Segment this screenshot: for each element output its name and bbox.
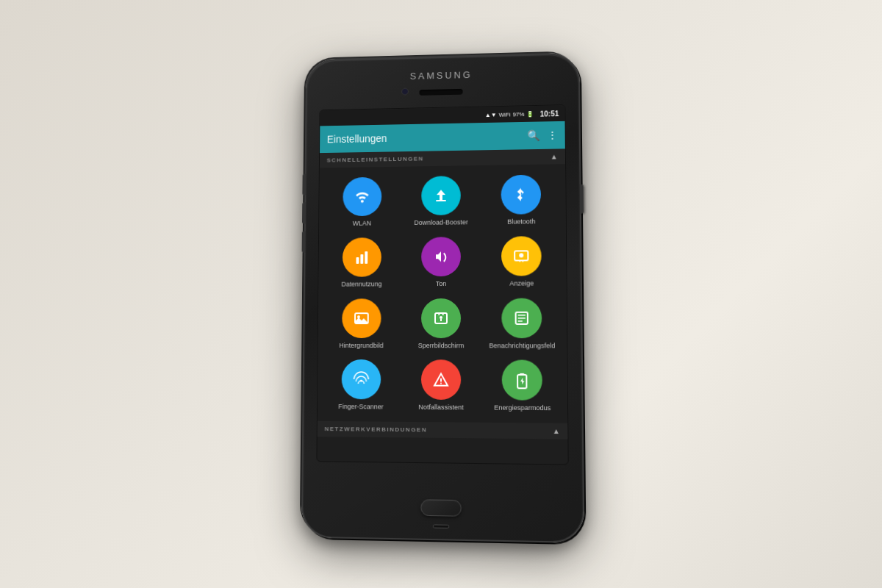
scene: SAMSUNG ▲▼ WiFi 97% 🔋 10:51 [0,0,882,588]
setting-finger-scanner[interactable]: Finger-Scanner [321,356,401,415]
svg-point-5 [520,253,524,257]
power-button[interactable] [580,184,584,214]
battery-icon: 🔋 [527,110,534,117]
charging-port [433,524,449,528]
svg-point-16 [440,383,442,384]
setting-datennutzung[interactable]: Datennutzung [322,234,401,291]
top-bar-icons: 🔍 ⋮ [527,129,557,142]
ton-icon-circle [421,237,461,276]
setting-hintergrundbild[interactable]: Hintergrundbild [322,295,401,353]
hintergrundbild-label: Hintergrundbild [339,342,383,350]
front-camera [401,88,409,96]
setting-anzeige[interactable]: Anzeige [481,233,562,291]
svg-point-9 [440,316,442,319]
bluetooth-icon-circle [501,175,542,215]
download-booster-label: Download-Booster [414,218,468,226]
wlan-icon-circle [343,177,381,216]
benachrichtigungsfeld-icon-circle [502,298,542,338]
volume-up-button[interactable] [302,173,306,195]
battery-percent: 97% [513,111,525,118]
status-icons: ▲▼ WiFi 97% 🔋 [485,110,534,118]
top-bar: Einstellungen 🔍 ⋮ [320,121,565,153]
energiesparmodus-icon-circle [502,360,542,401]
search-icon[interactable]: 🔍 [527,129,539,141]
setting-wlan[interactable]: WLAN [323,173,401,230]
top-speaker [420,89,463,96]
volume-down-button[interactable] [302,202,306,223]
svg-rect-18 [520,373,524,376]
settings-title: Einstellungen [327,130,522,146]
anzeige-label: Anzeige [509,279,534,287]
quick-settings-title: SCHNELLEINSTELLUNGEN [327,156,424,164]
setting-sperrbildschirm[interactable]: Sperrbildschirm [401,295,481,352]
setting-download-booster[interactable]: Download-Booster [401,173,481,230]
svg-rect-0 [436,200,446,201]
svg-rect-2 [360,254,363,264]
wifi-status-icon: WiFi [499,111,511,118]
svg-rect-1 [356,257,359,264]
screen-content: ▲▼ WiFi 97% 🔋 10:51 Einstellungen 🔍 ⋮ [317,105,567,464]
network-title: NETZWERKVERBINDUNGEN [325,426,428,433]
setting-bluetooth[interactable]: Bluetooth [481,171,562,229]
setting-ton[interactable]: Ton [401,234,481,291]
samsung-logo: SAMSUNG [410,69,473,82]
quick-settings-collapse-arrow[interactable]: ▲ [551,152,558,160]
phone: SAMSUNG ▲▼ WiFi 97% 🔋 10:51 [301,52,585,543]
quick-settings-grid: WLAN Download-Booster [318,164,567,423]
setting-notfallassistent[interactable]: Notfallassistent [401,357,481,415]
time-display: 10:51 [540,110,559,118]
benachrichtigungsfeld-label: Benachrichtigungsfeld [489,342,555,350]
datennutzung-label: Datennutzung [341,280,381,288]
screen: ▲▼ WiFi 97% 🔋 10:51 Einstellungen 🔍 ⋮ [316,104,568,465]
svg-rect-15 [440,379,442,382]
notfallassistent-label: Notfallassistent [418,404,463,412]
finger-scanner-label: Finger-Scanner [338,403,383,411]
network-section-footer[interactable]: NETZWERKVERBINDUNGEN ▲ [318,421,568,440]
sperrbildschirm-icon-circle [421,298,461,337]
setting-energiesparmodus[interactable]: Energiesparmodus [481,357,564,416]
download-booster-icon-circle [421,176,461,215]
svg-point-14 [360,380,362,382]
notfallassistent-icon-circle [421,360,461,401]
menu-icon[interactable]: ⋮ [547,129,557,141]
bixby-button[interactable] [302,231,306,252]
wlan-label: WLAN [353,220,371,228]
sperrbildschirm-label: Sperrbildschirm [418,342,465,350]
setting-benachrichtigungsfeld[interactable]: Benachrichtigungsfeld [481,295,563,353]
ton-label: Ton [436,280,446,288]
signal-icon: ▲▼ [485,111,497,118]
finger-scanner-icon-circle [341,359,381,399]
home-button[interactable] [420,499,462,517]
svg-rect-3 [365,251,368,264]
hintergrundbild-icon-circle [342,298,381,338]
datennutzung-icon-circle [342,237,381,277]
bluetooth-label: Bluetooth [507,218,535,226]
energiesparmodus-label: Energiesparmodus [494,404,551,413]
anzeige-icon-circle [501,236,542,276]
network-collapse-arrow[interactable]: ▲ [553,427,560,435]
